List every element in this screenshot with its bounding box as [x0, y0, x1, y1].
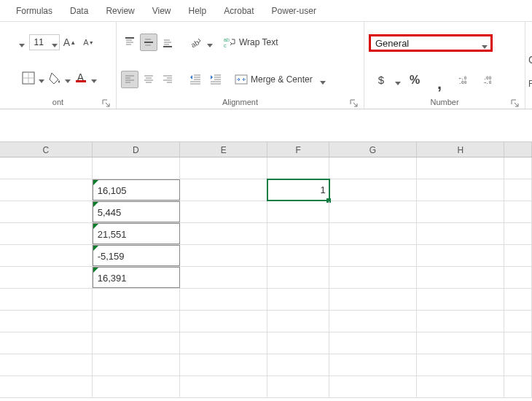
chevron-down-icon[interactable]	[320, 77, 326, 82]
orientation-button[interactable]: ab	[187, 34, 204, 51]
borders-button[interactable]	[20, 69, 37, 87]
align-top-button[interactable]	[121, 34, 138, 51]
table-row[interactable]	[0, 157, 532, 179]
decrease-font-size-button[interactable]: A▼	[80, 34, 98, 51]
cell[interactable]	[0, 267, 93, 288]
cell[interactable]	[504, 179, 532, 200]
align-middle-button[interactable]	[140, 34, 157, 51]
cell[interactable]	[329, 267, 417, 288]
column-header-e[interactable]: E	[180, 142, 267, 157]
table-row[interactable]: 16,105 1	[0, 179, 532, 201]
cell[interactable]	[267, 201, 329, 222]
tab-review[interactable]: Review	[97, 1, 143, 20]
cell[interactable]	[504, 267, 532, 288]
number-dialog-launcher[interactable]	[510, 98, 520, 109]
cell[interactable]	[267, 245, 329, 266]
cell[interactable]	[267, 267, 329, 288]
cell[interactable]	[504, 157, 532, 179]
align-left-button[interactable]	[121, 71, 138, 88]
cell[interactable]	[0, 223, 93, 244]
cell[interactable]	[0, 201, 93, 222]
cell[interactable]	[329, 201, 417, 222]
font-size-select[interactable]: 11	[29, 34, 60, 50]
cell[interactable]	[329, 223, 417, 244]
cell[interactable]	[504, 245, 532, 266]
table-row[interactable]	[0, 354, 532, 376]
number-format-dropdown[interactable]: General	[369, 34, 493, 52]
cell-text-stored-as-number[interactable]: 21,551	[93, 223, 180, 244]
tab-view[interactable]: View	[144, 1, 180, 20]
chevron-down-icon[interactable]	[395, 77, 401, 83]
cell[interactable]	[329, 245, 417, 266]
cell[interactable]	[417, 179, 504, 200]
table-row[interactable]: -5,159	[0, 245, 532, 267]
font-color-button[interactable]: A	[72, 69, 90, 87]
tab-power-user[interactable]: Power-user	[263, 1, 325, 20]
chevron-down-icon[interactable]	[65, 75, 71, 81]
cell[interactable]	[180, 267, 267, 288]
comma-style-button[interactable]: ,	[429, 71, 450, 89]
cell[interactable]	[180, 245, 267, 266]
cell[interactable]	[329, 157, 417, 179]
cell[interactable]	[417, 223, 504, 244]
cell[interactable]	[180, 223, 267, 244]
cell[interactable]	[0, 179, 93, 200]
decrease-decimal-button[interactable]: .00→.0	[478, 71, 500, 89]
column-header-c[interactable]: C	[0, 142, 93, 157]
table-row[interactable]	[0, 289, 532, 311]
increase-font-size-button[interactable]: A▲	[61, 34, 79, 51]
alignment-dialog-launcher[interactable]	[349, 98, 359, 109]
tab-acrobat[interactable]: Acrobat	[215, 1, 262, 20]
cell[interactable]	[417, 245, 504, 266]
active-cell[interactable]: 1	[267, 179, 329, 200]
table-row[interactable]: 5,445	[0, 201, 532, 223]
table-row[interactable]	[0, 332, 532, 354]
cell[interactable]	[180, 179, 267, 200]
cell[interactable]	[180, 157, 267, 179]
font-dialog-launcher[interactable]	[101, 98, 112, 109]
percent-style-button[interactable]: %	[404, 71, 426, 89]
align-center-button[interactable]	[140, 71, 157, 88]
cell[interactable]	[93, 157, 180, 179]
column-header-g[interactable]: G	[329, 142, 417, 157]
cell-text-stored-as-number[interactable]: 16,391	[93, 267, 180, 288]
column-header-h[interactable]: H	[417, 142, 504, 157]
align-right-button[interactable]	[159, 71, 176, 88]
cell-text-stored-as-number[interactable]: 16,105	[93, 179, 180, 200]
column-header-f[interactable]: F	[267, 142, 329, 157]
font-name-dropdown-icon[interactable]	[19, 39, 25, 45]
cell-text-stored-as-number[interactable]: 5,445	[93, 201, 180, 222]
accounting-format-button[interactable]: $	[370, 71, 392, 89]
wrap-text-button[interactable]: abc Wrap Text	[223, 36, 278, 49]
cell[interactable]	[0, 157, 93, 179]
cell[interactable]	[267, 223, 329, 244]
chevron-down-icon[interactable]	[39, 75, 44, 81]
cell[interactable]	[417, 157, 504, 179]
worksheet-grid[interactable]: C D E F G H 16,105 1 5,445 21	[0, 141, 532, 398]
increase-indent-button[interactable]	[207, 71, 224, 88]
decrease-indent-button[interactable]	[187, 71, 204, 88]
cell[interactable]	[329, 179, 417, 200]
cell[interactable]	[0, 245, 93, 266]
cell[interactable]	[417, 201, 504, 222]
table-row[interactable]	[0, 311, 532, 332]
cell[interactable]	[504, 223, 532, 244]
cell-text-stored-as-number[interactable]: -5,159	[93, 245, 180, 266]
column-header-next[interactable]	[504, 142, 532, 157]
cell[interactable]	[417, 267, 504, 288]
chevron-down-icon[interactable]	[207, 39, 213, 45]
cell[interactable]	[504, 201, 532, 222]
chevron-down-icon[interactable]	[91, 75, 97, 81]
fill-color-button[interactable]	[46, 69, 63, 87]
table-row[interactable]: 21,551	[0, 223, 532, 245]
cell[interactable]	[180, 201, 267, 222]
tab-data[interactable]: Data	[61, 1, 97, 20]
cell[interactable]	[267, 157, 329, 179]
align-bottom-button[interactable]	[159, 34, 176, 51]
merge-center-button[interactable]: Merge & Center	[235, 73, 326, 86]
table-row[interactable]: 16,391	[0, 267, 532, 289]
column-header-d[interactable]: D	[93, 142, 180, 157]
column-headers[interactable]: C D E F G H	[0, 141, 532, 157]
table-row[interactable]	[0, 376, 532, 398]
tab-help[interactable]: Help	[180, 1, 216, 20]
